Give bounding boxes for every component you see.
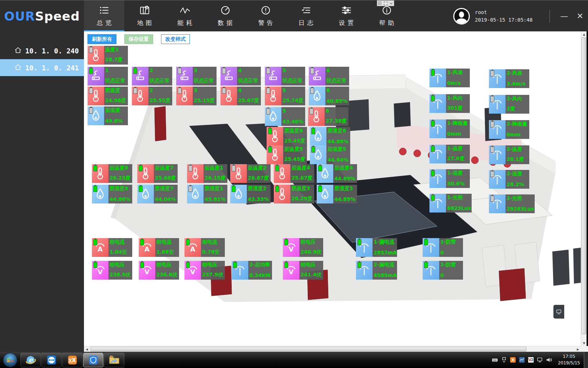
sensor-badge[interactable]: 层温度1 26.15度 xyxy=(187,164,227,183)
horizontal-scrollbar[interactable]: ◀ ▶ xyxy=(84,346,581,352)
display-tray-icon[interactable] xyxy=(537,357,543,363)
sensor-badge[interactable]: 2-湿度 28.2% xyxy=(489,170,529,189)
sensor-badge[interactable]: 1-漏电流 2857mA xyxy=(356,238,396,257)
sensor-badge[interactable]: 层湿度6 44.88% xyxy=(310,127,350,146)
vertical-scrollbar[interactable]: ▲ ▼ xyxy=(581,31,587,346)
sensor-badge[interactable]: 1-温度 27.8度 xyxy=(429,145,470,163)
sensor-badge[interactable]: 1-光照 6823Lux xyxy=(429,194,470,213)
show-desktop-button[interactable] xyxy=(584,352,588,368)
chart-tray-icon[interactable] xyxy=(519,357,525,363)
sensor-badge[interactable]: 层温度2 26.67度 xyxy=(230,164,271,183)
sensor-badge[interactable]: 层温度6 25.45度 xyxy=(267,127,307,146)
vertical-scroll-thumb[interactable] xyxy=(582,38,586,334)
xampp-tray-icon[interactable]: X xyxy=(510,357,516,363)
sensor-badge[interactable]: 温度1 28.7度 xyxy=(88,46,128,65)
nav-alerts[interactable]: 警告 xyxy=(245,0,286,32)
windows-start-icon[interactable] xyxy=(0,353,20,367)
sensor-badge[interactable]: 6 40.85% xyxy=(309,87,349,105)
sensor-badge[interactable]: 层温度5 25.45度 xyxy=(267,145,307,164)
sidebar-item-1010241[interactable]: 10. 1. 0. 241 xyxy=(0,59,84,76)
scroll-up-arrow[interactable]: ▲ xyxy=(581,31,587,37)
sensor-badge[interactable]: 层温度7 25.68度 xyxy=(137,164,178,183)
sensor-value: 6823Lux xyxy=(447,205,471,211)
sensor-badge[interactable]: A 相电流 0.78安 xyxy=(184,238,225,257)
sensor-badge[interactable]: 2-风速 3.4m/s xyxy=(489,69,529,88)
refresh-all-button[interactable]: 刷新所有 xyxy=(88,34,116,44)
sensor-badge[interactable]: 5 状态正常 xyxy=(265,67,305,86)
scroll-right-arrow[interactable]: ▶ xyxy=(575,346,581,352)
sensor-badge[interactable]: V 相电压 241.4伏 xyxy=(283,261,323,280)
nav-data[interactable]: 数据 xyxy=(205,0,245,32)
scroll-left-arrow[interactable]: ◀ xyxy=(84,346,90,352)
monitoring-shield-icon[interactable] xyxy=(83,353,103,367)
sensor-badge[interactable]: 2 状态正常 xyxy=(132,67,172,86)
sensor-badge[interactable]: 2-防雷 0 xyxy=(423,261,463,280)
scroll-down-arrow[interactable]: ▼ xyxy=(581,340,587,346)
sensor-badge[interactable]: 3 状态正常 xyxy=(176,67,217,86)
nav-overview[interactable]: 总览 xyxy=(84,0,124,32)
grid-icon[interactable] xyxy=(378,1,382,5)
sensor-badge[interactable]: 层湿度3 44.89% xyxy=(317,185,357,203)
minimize-button[interactable]: — xyxy=(556,0,572,32)
save-settings-button[interactable]: 保存设置 xyxy=(124,34,153,44)
expand-icon[interactable] xyxy=(384,1,388,5)
sensor-badge[interactable]: 2-光照 29283Lux xyxy=(489,194,529,213)
nav-map[interactable]: 地图 xyxy=(124,0,165,32)
sensor-badge[interactable]: 2-漏电流 4585mA xyxy=(356,261,396,280)
sensor-badge[interactable]: 层湿度4 44.89% xyxy=(317,164,357,183)
sensor-badge[interactable]: 3 25.15度 xyxy=(176,87,217,105)
sensor-badge[interactable]: 层湿度7 44.04% xyxy=(137,185,178,203)
sensor-badge[interactable]: 层温度4 25.67度 xyxy=(274,164,314,183)
sensor-badge[interactable]: V 相电压 240.9伏 xyxy=(283,238,323,257)
sensor-badge[interactable]: 1-风速 0m/s xyxy=(429,69,470,87)
sensor-badge[interactable]: 1-风向 301度 xyxy=(429,94,470,113)
close-button[interactable]: ✕ xyxy=(572,0,588,32)
chevron-down-icon[interactable] xyxy=(389,1,393,5)
sensor-badge[interactable]: 5 43.46% xyxy=(265,107,305,126)
sensor-badge[interactable]: 2-风向 2度 xyxy=(489,95,529,114)
sensor-badge[interactable]: 6 状态正常 xyxy=(309,67,349,86)
sensor-badge[interactable]: 5 25.74度 xyxy=(265,87,305,105)
sensor-badge[interactable]: 层湿度2 43.33% xyxy=(230,185,271,203)
sensor-badge[interactable]: V 相电压 236.6伏 xyxy=(139,261,179,280)
sensor-badge[interactable]: 层温度 24.98度 xyxy=(88,87,128,105)
horizontal-scroll-thumb[interactable] xyxy=(90,347,526,351)
vnc-tray-icon[interactable]: V2 xyxy=(528,357,534,363)
sensor-badge[interactable]: 1-降雨量 0mm xyxy=(429,119,470,138)
nav-energy[interactable]: 能耗 xyxy=(165,0,205,32)
sensor-badge[interactable]: 4 状态正常 xyxy=(220,67,261,86)
sensor-badge[interactable]: 2-温度 28.1度 xyxy=(489,145,529,164)
keyboard-icon[interactable] xyxy=(492,357,498,363)
internet-explorer-icon[interactable]: e xyxy=(21,353,41,367)
speaker-icon[interactable] xyxy=(546,357,552,363)
sensor-badge[interactable]: 1-湿度 30.6% xyxy=(429,169,470,188)
sidebar-item-1010240[interactable]: 10. 1. 0. 240 xyxy=(0,42,84,59)
sensor-badge[interactable]: A 相电流 1.68安 xyxy=(139,238,179,257)
sensor-badge[interactable]: 2 25.55度 xyxy=(132,87,172,105)
sensor-badge[interactable]: 2-降雨量 0mm xyxy=(489,120,529,139)
folder-app-icon[interactable] xyxy=(104,353,124,367)
sensor-badge[interactable]: 层湿度8 44.86% xyxy=(92,185,132,203)
sensor-badge[interactable]: 2-总功率 0.34kW xyxy=(232,261,272,280)
remote-panel-handle[interactable] xyxy=(553,305,564,319)
change-style-button[interactable]: 改变样式 xyxy=(161,34,190,44)
sensor-badge[interactable]: 层湿度5 44.84% xyxy=(310,145,350,164)
sensor-badge[interactable]: 1 状态正常 xyxy=(88,67,128,86)
tray-popup-icon[interactable] xyxy=(501,357,507,363)
nav-logs[interactable]: 日志 xyxy=(286,0,326,32)
teamviewer-icon[interactable] xyxy=(41,353,62,367)
taskbar-clock[interactable]: 17:05 2019/5/15 xyxy=(558,352,580,368)
sensor-badge[interactable]: 1-防雷 0 xyxy=(423,238,463,257)
sensor-badge[interactable]: 层湿度 49.8% xyxy=(88,106,128,125)
sensor-badge[interactable]: V 相电压 238.5伏 xyxy=(92,261,132,280)
nav-settings[interactable]: 设置 xyxy=(326,0,366,32)
sensor-badge[interactable]: V 相电压 237.9伏 xyxy=(184,261,225,280)
xampp-icon[interactable]: ꞳX xyxy=(62,353,83,367)
sensor-badge[interactable]: 层湿度1 45.81% xyxy=(187,185,227,203)
sensor-badge[interactable]: 层温度8 26.23度 xyxy=(92,164,132,183)
sensor-badge[interactable]: 层温度3 26.29度 xyxy=(274,185,314,203)
sensor-badge[interactable]: A 相电流 1.04安 xyxy=(92,238,132,257)
floating-view-widget[interactable] xyxy=(377,0,394,6)
sensor-badge[interactable]: 4 25.67度 xyxy=(220,87,261,105)
sensor-badge[interactable]: 6 27.38度 xyxy=(308,107,348,126)
